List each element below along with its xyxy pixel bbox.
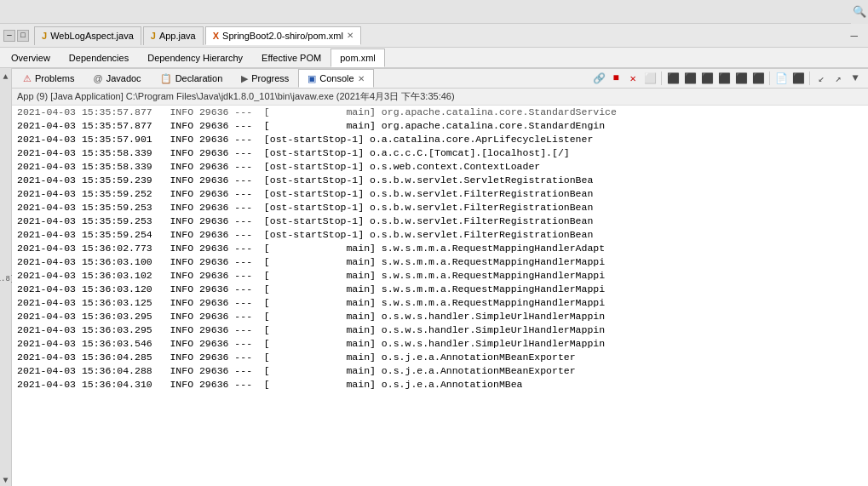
tab-declaration[interactable]: 📋 Declaration	[151, 69, 233, 88]
java-icon: J	[42, 31, 47, 41]
tab-pomxml[interactable]: pom.xml	[331, 49, 385, 67]
app-window: 🔍 — □ J WebLogAspect.java J App.java X S…	[0, 0, 868, 486]
console-line-partial: 2021-04-03 15:35:57.877 INFO 29636 --- […	[12, 106, 868, 119]
tab-dep-hierarchy[interactable]: Dependency Hierarchy	[138, 49, 252, 67]
list-item: 2021-04-03 15:35:57.877 INFO 29636 --- […	[12, 119, 868, 133]
toolbar-btn3[interactable]: ⬛	[699, 71, 715, 86]
list-item: 2021-04-03 15:36:03.125 INFO 29636 --- […	[12, 296, 868, 310]
tab-problems[interactable]: ⚠ Problems	[14, 69, 83, 88]
list-item: 2021-04-03 15:36:04.310 INFO 29636 --- […	[12, 378, 868, 392]
list-item: 2021-04-03 15:35:59.252 INFO 29636 --- […	[12, 187, 868, 201]
list-item: 2021-04-03 15:36:03.546 INFO 29636 --- […	[12, 337, 868, 351]
top-bar: 🔍	[0, 0, 868, 24]
tab-console[interactable]: ▣ Console ✕	[298, 69, 373, 88]
console-toolbar: 🔗 ■ ✕ ⬜ ⬛ ⬛ ⬛ ⬛ ⬛ ⬛ 📄 ⬛ ↙ ↗	[591, 71, 866, 86]
main-panel: ⚠ Problems @ Javadoc 📋 Declaration ▶ Pro…	[12, 68, 868, 486]
list-item: 2021-04-03 15:36:03.102 INFO 29636 --- […	[12, 269, 868, 283]
list-item: 2021-04-03 15:36:04.285 INFO 29636 --- […	[12, 351, 868, 364]
toolbar-sep3	[809, 71, 810, 85]
list-item: 2021-04-03 15:36:03.100 INFO 29636 --- […	[12, 255, 868, 269]
list-item: 2021-04-03 15:35:58.339 INFO 29636 --- […	[12, 146, 868, 160]
list-item: 2021-04-03 15:35:57.901 INFO 29636 --- […	[12, 133, 868, 146]
file-tab-webloga[interactable]: J WebLogAspect.java	[34, 26, 141, 45]
scroll-down-btn[interactable]: ▼	[2, 475, 9, 486]
list-item: 2021-04-03 15:36:04.288 INFO 29636 --- […	[12, 364, 868, 378]
toolbar-new-btn[interactable]: 📄	[773, 71, 789, 86]
file-tab-app-label: App.java	[159, 31, 196, 41]
toolbar-copy-btn[interactable]: ⬛	[665, 71, 681, 86]
app-info-bar: App (9) [Java Application] C:\Program Fi…	[12, 89, 868, 106]
console-output[interactable]: 2021-04-03 15:35:57.877 INFO 29636 --- […	[12, 106, 868, 486]
toolbar-paste-btn[interactable]: ⬛	[682, 71, 698, 86]
list-item: 2021-04-03 15:35:59.253 INFO 29636 --- […	[12, 201, 868, 214]
bottom-tabs-row: ⚠ Problems @ Javadoc 📋 Declaration ▶ Pro…	[12, 68, 868, 89]
toolbar-maximize-view-btn[interactable]: ↗	[831, 71, 846, 86]
toolbar-minimize-view-btn[interactable]: ↙	[813, 71, 829, 86]
main-tabs-bar: Overview Dependencies Dependency Hierarc…	[0, 48, 868, 68]
pom-tab-close-icon[interactable]: ✕	[347, 31, 354, 40]
list-item: 2021-04-03 15:35:59.239 INFO 29636 --- […	[12, 174, 868, 187]
progress-icon: ▶	[241, 73, 248, 84]
console-icon: ▣	[308, 73, 316, 84]
window-controls: — □	[3, 30, 29, 42]
toolbar-view-menu-btn[interactable]: ▼	[848, 71, 863, 86]
console-tab-close[interactable]: ✕	[358, 74, 365, 83]
file-tab-pom-label: SpringBoot2.0-shiro/pom.xml	[222, 31, 343, 41]
java-icon2: J	[151, 31, 156, 41]
toolbar-btn4[interactable]: ⬛	[716, 71, 732, 86]
maximize-btn[interactable]: □	[17, 30, 29, 42]
global-search-icon[interactable]: 🔍	[851, 0, 868, 24]
file-tabs-bar: — □ J WebLogAspect.java J App.java X Spr…	[0, 24, 868, 48]
toolbar-stop-btn[interactable]: ■	[608, 71, 624, 86]
app-info-text: App (9) [Java Application] C:\Program Fi…	[17, 90, 455, 103]
problems-icon: ⚠	[23, 73, 32, 84]
list-item: 2021-04-03 15:36:03.295 INFO 29636 --- […	[12, 310, 868, 323]
tab-overview[interactable]: Overview	[2, 49, 60, 67]
list-item: 2021-04-03 15:36:03.120 INFO 29636 --- […	[12, 283, 868, 296]
list-item: 2021-04-03 15:35:59.254 INFO 29636 --- […	[12, 228, 868, 242]
declaration-icon: 📋	[160, 73, 172, 84]
minimize-btn[interactable]: —	[3, 30, 15, 42]
xml-icon: X	[213, 31, 219, 41]
tab-progress[interactable]: ▶ Progress	[232, 69, 298, 88]
tab-effective-pom[interactable]: Effective POM	[252, 49, 331, 67]
file-tab-app[interactable]: J App.java	[143, 26, 204, 45]
list-item: 2021-04-03 15:35:59.253 INFO 29636 --- […	[12, 214, 868, 228]
list-item: 2021-04-03 15:36:02.773 INFO 29636 --- […	[12, 242, 868, 255]
toolbar-link-btn[interactable]: 🔗	[591, 71, 606, 86]
file-tab-pom[interactable]: X SpringBoot2.0-shiro/pom.xml ✕	[205, 26, 361, 45]
toolbar-sep1	[661, 71, 662, 85]
toolbar-disconnect-btn[interactable]: ⬜	[642, 71, 658, 86]
toolbar-sep2	[769, 71, 770, 85]
tab-dependencies[interactable]: Dependencies	[60, 49, 138, 67]
toolbar-btn6[interactable]: ⬛	[750, 71, 766, 86]
file-tab-bar: J WebLogAspect.java J App.java X SpringB…	[34, 26, 844, 45]
list-item: 2021-04-03 15:35:58.339 INFO 29636 --- […	[12, 160, 868, 174]
toolbar-pin-btn[interactable]: ⬛	[790, 71, 806, 86]
panel-maximize-btn[interactable]: —	[844, 29, 865, 43]
content-area: ▲ 1.8] ▼ ⚠ Problems @ Javadoc	[0, 68, 868, 486]
toolbar-terminate-btn[interactable]: ✕	[625, 71, 641, 86]
file-tab-webloga-label: WebLogAspect.java	[50, 31, 134, 41]
left-sidebar: ▲ 1.8] ▼	[0, 68, 12, 486]
toolbar-btn5[interactable]: ⬛	[733, 71, 749, 86]
scroll-up-btn[interactable]: ▲	[2, 71, 9, 83]
tab-javadoc[interactable]: @ Javadoc	[83, 69, 150, 88]
javadoc-icon: @	[93, 73, 102, 83]
list-item: 2021-04-03 15:36:03.295 INFO 29636 --- […	[12, 323, 868, 337]
